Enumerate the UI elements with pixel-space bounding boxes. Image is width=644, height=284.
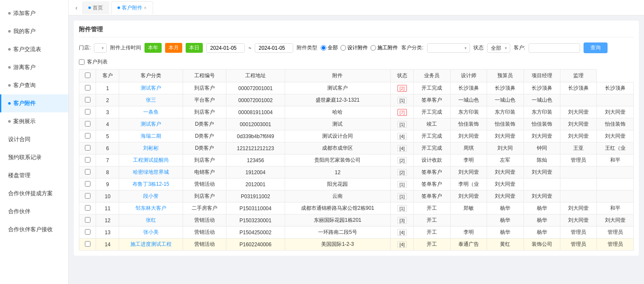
row-checkbox[interactable]	[85, 241, 90, 247]
cell-6[interactable]: [2]	[391, 154, 414, 166]
sidebar-item-my-customers[interactable]: 我的客户	[0, 22, 68, 40]
cell-6[interactable]: [4]	[391, 142, 414, 154]
row-checkbox[interactable]	[85, 97, 90, 103]
row-checkbox[interactable]	[85, 169, 90, 175]
customer-input[interactable]	[529, 43, 580, 53]
row-checkbox[interactable]	[85, 121, 90, 127]
attach-count-badge[interactable]: [3]	[397, 217, 407, 224]
attach-count-badge[interactable]: [2]	[397, 157, 407, 164]
cell-2[interactable]: 段小誉	[119, 190, 183, 202]
cell-0[interactable]	[79, 239, 96, 251]
customer-link[interactable]: 邹东林大客户	[135, 205, 166, 211]
btn-month[interactable]: 本月	[165, 43, 182, 53]
cell-2[interactable]: 布鲁丁3栋12-15	[119, 178, 183, 190]
btn-year[interactable]: 本年	[144, 43, 162, 53]
attach-count-badge[interactable]: [7]	[397, 109, 407, 116]
status-select[interactable]: 全部	[487, 43, 510, 53]
customer-link[interactable]: 工程测试提醒尚	[133, 157, 169, 163]
customer-link[interactable]: 刘彬彬	[143, 145, 159, 151]
cell-0[interactable]	[79, 178, 96, 190]
cell-0[interactable]	[79, 142, 96, 154]
back-button[interactable]: ‹	[73, 4, 80, 11]
cell-2[interactable]: 张三	[119, 94, 183, 106]
attach-count-badge[interactable]: [4]	[397, 229, 407, 236]
cell-6[interactable]: [7]	[391, 106, 414, 118]
cell-0[interactable]	[79, 190, 96, 202]
attach-count-badge[interactable]: [4]	[397, 145, 407, 152]
cell-6[interactable]: [3]	[391, 215, 414, 227]
cell-6[interactable]: [1]	[391, 178, 414, 190]
row-checkbox[interactable]	[85, 205, 90, 211]
cell-2[interactable]: 施工进度测试工程	[119, 239, 183, 251]
sidebar-item-design-contract[interactable]: 设计合同	[0, 130, 68, 148]
cell-2[interactable]: 工程测试提醒尚	[119, 154, 183, 166]
sidebar-item-add-customer[interactable]: 添加客户	[0, 4, 68, 22]
sidebar-item-partner-receive[interactable]: 合作伙伴客户接收	[0, 221, 68, 239]
row-checkbox[interactable]	[85, 133, 90, 139]
attach-count-badge[interactable]: [2]	[397, 169, 407, 176]
tab-home[interactable]: 首页	[82, 1, 109, 14]
btn-day[interactable]: 本日	[186, 43, 203, 53]
cell-0[interactable]	[79, 154, 96, 166]
cell-2[interactable]: 张小美	[119, 227, 183, 239]
cell-2[interactable]: 一条鱼	[119, 106, 183, 118]
query-button[interactable]: 查询	[584, 42, 608, 53]
customer-link[interactable]: 哈密绿地世界城	[133, 169, 169, 175]
sidebar-item-partner-proposal[interactable]: 合作伙伴提成方案	[0, 184, 68, 202]
cell-6[interactable]: [1]	[391, 118, 414, 130]
row-checkbox[interactable]	[85, 109, 90, 115]
header-checkbox[interactable]	[85, 73, 90, 78]
cell-0[interactable]	[79, 118, 96, 130]
store-select[interactable]	[94, 43, 107, 53]
customer-link[interactable]: 海瑞二期	[141, 133, 161, 139]
attach-count-badge[interactable]: [4]	[397, 133, 407, 140]
customer-link[interactable]: 一条鱼	[143, 109, 159, 115]
cell-2[interactable]: 邹东林大客户	[119, 202, 183, 215]
customer-link[interactable]: 张三	[146, 97, 156, 103]
row-checkbox[interactable]	[85, 181, 90, 187]
cell-0[interactable]	[79, 94, 96, 106]
cell-6[interactable]: [4]	[391, 239, 414, 251]
radio-all[interactable]: 全部	[321, 44, 338, 51]
customer-link[interactable]: 施工进度测试工程	[130, 241, 172, 247]
select-all-checkbox[interactable]	[79, 59, 84, 65]
cell-0[interactable]	[79, 106, 96, 118]
cell-2[interactable]: 刘彬彬	[119, 142, 183, 154]
cell-6[interactable]: [1]	[391, 94, 414, 106]
attach-count-badge[interactable]: [1]	[397, 193, 407, 200]
row-checkbox[interactable]	[85, 193, 90, 199]
sidebar-item-wandering-customer[interactable]: 游离客户	[0, 58, 68, 76]
customer-class-select[interactable]	[427, 43, 470, 53]
customer-link[interactable]: 测试客户	[141, 121, 161, 127]
cell-0[interactable]	[79, 215, 96, 227]
cell-0[interactable]	[79, 227, 96, 239]
sidebar-item-appointment[interactable]: 预约联系记录	[0, 148, 68, 166]
date-to-input[interactable]	[255, 43, 293, 53]
cell-6[interactable]: [4]	[391, 130, 414, 142]
customer-link[interactable]: 段小誉	[143, 193, 159, 199]
customer-link[interactable]: 张红	[146, 217, 156, 223]
cell-0[interactable]	[79, 130, 96, 142]
row-checkbox[interactable]	[85, 85, 90, 91]
radio-design[interactable]: 设计附件	[340, 44, 368, 51]
cell-0[interactable]	[79, 202, 96, 215]
sidebar-item-customer-attachment[interactable]: 客户附件	[0, 94, 68, 112]
cell-6[interactable]: [2]	[391, 166, 414, 178]
customer-link[interactable]: 张小美	[143, 229, 159, 235]
attach-count-badge[interactable]: [2]	[397, 85, 407, 92]
customer-link[interactable]: 布鲁丁3栋12-15	[132, 181, 169, 187]
sidebar-item-case-show[interactable]: 案例展示	[0, 112, 68, 130]
sidebar-item-customer-query[interactable]: 客户查询	[0, 76, 68, 94]
cell-6[interactable]: [2]	[391, 82, 414, 94]
radio-construction[interactable]: 施工附件	[370, 44, 398, 51]
cell-2[interactable]: 测试客户	[119, 82, 183, 94]
sidebar-item-customer-exchange[interactable]: 客户交流表	[0, 40, 68, 58]
cell-6[interactable]: [1]	[391, 190, 414, 202]
tab-close-button[interactable]: ×	[144, 6, 147, 10]
cell-6[interactable]: [1]	[391, 202, 414, 215]
attach-count-badge[interactable]: [1]	[397, 181, 407, 188]
attach-count-badge[interactable]: [4]	[397, 241, 407, 248]
attach-count-badge[interactable]: [1]	[397, 97, 407, 104]
customer-link[interactable]: 测试客户	[141, 85, 161, 91]
date-from-input[interactable]	[206, 43, 245, 53]
